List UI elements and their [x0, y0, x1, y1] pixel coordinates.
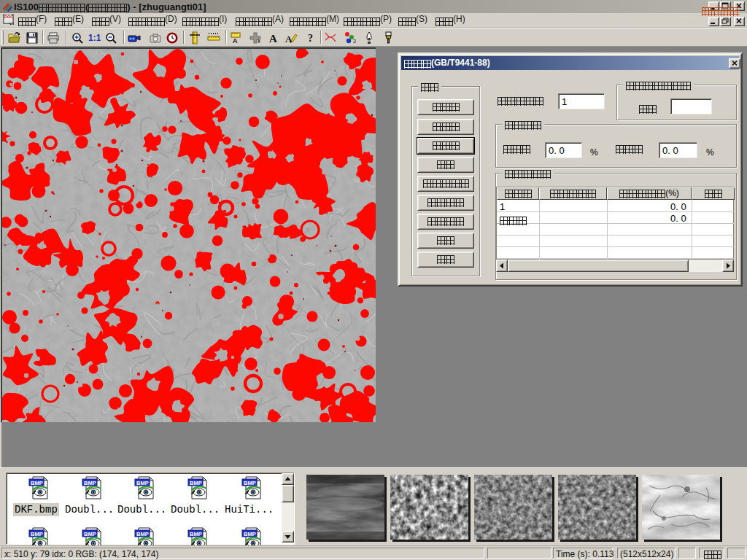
- svg-text:BMP: BMP: [190, 480, 202, 486]
- svg-text:BMP: BMP: [31, 480, 43, 486]
- svg-text:BMP: BMP: [190, 531, 202, 537]
- svg-text:BMP: BMP: [84, 531, 96, 537]
- svg-text:BMP: BMP: [244, 480, 256, 486]
- svg-text:A: A: [233, 37, 238, 44]
- svg-text:DOC: DOC: [4, 15, 13, 19]
- svg-text:BMP: BMP: [244, 531, 256, 537]
- svg-text:1:1: 1:1: [88, 33, 101, 43]
- svg-text:BMP: BMP: [136, 480, 149, 486]
- svg-text:3: 3: [353, 39, 356, 44]
- svg-text:BMP: BMP: [136, 531, 149, 537]
- svg-text:BMP: BMP: [31, 531, 43, 537]
- svg-text:A: A: [269, 33, 277, 44]
- svg-text:BMP: BMP: [84, 480, 96, 486]
- svg-text:A: A: [285, 34, 293, 44]
- svg-text:?: ?: [308, 33, 313, 44]
